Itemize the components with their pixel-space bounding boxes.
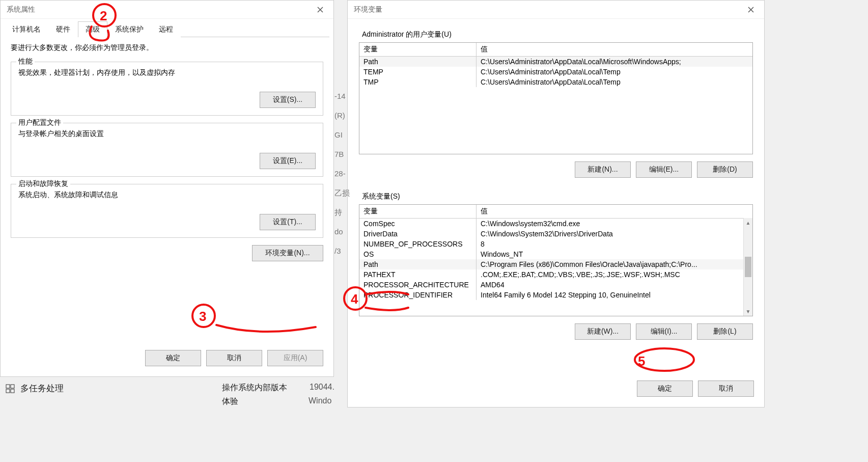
- scroll-thumb[interactable]: [745, 257, 751, 277]
- dialog-footer: 确定 取消: [348, 374, 764, 407]
- list-item[interactable]: Path C:\Users\Administrator\AppData\Loca…: [359, 57, 752, 67]
- svg-rect-2: [6, 389, 10, 393]
- sys-delete-button[interactable]: 删除(L): [697, 323, 753, 340]
- legend-startup-recovery: 启动和故障恢复: [16, 179, 70, 188]
- col-header-value: 值: [477, 205, 752, 218]
- background-sidebar-item: 多任务处理: [5, 383, 64, 394]
- sys-vars-section-title: 系统变量(S): [362, 192, 753, 201]
- list-item[interactable]: ComSpecC:\Windows\system32\cmd.exe: [359, 219, 752, 229]
- multitasking-icon: [5, 384, 15, 394]
- desc-startup-recovery: 系统启动、系统故障和调试信息: [18, 191, 316, 200]
- legend-performance: 性能: [16, 57, 35, 66]
- dialog-footer: 确定 取消 应用(A): [1, 344, 333, 376]
- desc-user-profile: 与登录帐户相关的桌面设置: [18, 129, 316, 139]
- settings-user-profile-button[interactable]: 设置(E)...: [260, 153, 316, 169]
- desc-performance: 视觉效果，处理器计划，内存使用，以及虚拟内存: [18, 68, 316, 77]
- tab-hardware[interactable]: 硬件: [48, 21, 78, 37]
- user-vars-section-title: Administrator 的用户变量(U): [362, 30, 753, 39]
- titlebar: 系统属性: [1, 1, 333, 19]
- user-delete-button[interactable]: 删除(D): [697, 161, 753, 178]
- sys-new-button[interactable]: 新建(W)...: [575, 323, 631, 340]
- intro-text: 要进行大多数更改，你必须作为管理员登录。: [11, 43, 323, 52]
- scroll-up-icon[interactable]: ▲: [744, 218, 752, 227]
- close-icon[interactable]: [311, 3, 329, 17]
- svg-rect-3: [11, 389, 14, 393]
- user-new-button[interactable]: 新建(N)...: [575, 161, 631, 178]
- group-startup-recovery: 启动和故障恢复 系统启动、系统故障和调试信息 设置(T)...: [11, 184, 323, 238]
- scroll-down-icon[interactable]: ▼: [744, 307, 752, 316]
- apply-button[interactable]: 应用(A): [267, 350, 323, 366]
- list-item[interactable]: PROCESSOR_ARCHITECTUREAMD64: [359, 280, 752, 290]
- background-os-info: 操作系统内部版本19044. 体验Windo: [222, 383, 334, 410]
- list-item[interactable]: DriverDataC:\Windows\System32\Drivers\Dr…: [359, 229, 752, 239]
- list-item[interactable]: OSWindows_NT: [359, 249, 752, 259]
- ok-button[interactable]: 确定: [637, 381, 693, 397]
- user-edit-button[interactable]: 编辑(E)...: [636, 161, 692, 178]
- list-header: 变量 值: [359, 43, 752, 57]
- tab-system-protection[interactable]: 系统保护: [107, 21, 151, 37]
- sys-edit-button[interactable]: 编辑(I)...: [636, 323, 692, 340]
- dialog-title: 环境变量: [354, 5, 382, 14]
- dialog-content: Administrator 的用户变量(U) 变量 值 Path C:\User…: [348, 19, 764, 374]
- environment-variables-dialog: 环境变量 Administrator 的用户变量(U) 变量 值 Path C:…: [347, 0, 765, 407]
- cancel-button[interactable]: 取消: [206, 350, 262, 366]
- ok-button[interactable]: 确定: [145, 350, 201, 366]
- list-item[interactable]: NUMBER_OF_PROCESSORS8: [359, 239, 752, 249]
- list-item-path[interactable]: PathC:\Program Files (x86)\Common Files\…: [359, 259, 752, 269]
- col-header-value: 值: [477, 43, 752, 56]
- group-performance: 性能 视觉效果，处理器计划，内存使用，以及虚拟内存 设置(S)...: [11, 62, 323, 116]
- user-vars-listbox[interactable]: 变量 值 Path C:\Users\Administrator\AppData…: [359, 42, 753, 154]
- tab-advanced[interactable]: 高级: [78, 21, 107, 37]
- sys-vars-listbox[interactable]: 变量 值 ComSpecC:\Windows\system32\cmd.exe …: [359, 204, 753, 316]
- system-properties-dialog: 系统属性 计算机名 硬件 高级 系统保护 远程 要进行大多数更改，你必须作为管理…: [0, 0, 334, 377]
- cancel-button[interactable]: 取消: [698, 381, 754, 397]
- tab-content: 要进行大多数更改，你必须作为管理员登录。 性能 视觉效果，处理器计划，内存使用，…: [1, 37, 333, 344]
- titlebar: 环境变量: [348, 1, 764, 19]
- list-item[interactable]: TEMP C:\Users\Administrator\AppData\Loca…: [359, 67, 752, 77]
- background-peek-text: -14 (R) GI 7B 28- 乙损 持 do /3: [334, 87, 350, 261]
- list-item[interactable]: PROCESSOR_IDENTIFIERIntel64 Family 6 Mod…: [359, 290, 752, 300]
- group-user-profile: 用户配置文件 与登录帐户相关的桌面设置 设置(E)...: [11, 123, 323, 177]
- tab-remote[interactable]: 远程: [151, 21, 181, 37]
- tab-bar: 计算机名 硬件 高级 系统保护 远程: [5, 21, 329, 37]
- settings-performance-button[interactable]: 设置(S)...: [260, 92, 316, 108]
- dialog-title: 系统属性: [7, 5, 35, 14]
- list-item[interactable]: PATHEXT.COM;.EXE;.BAT;.CMD;.VBS;.VBE;.JS…: [359, 269, 752, 280]
- col-header-variable: 变量: [359, 205, 477, 218]
- svg-rect-0: [6, 385, 10, 388]
- svg-rect-1: [11, 385, 14, 388]
- scrollbar[interactable]: ▲ ▼: [743, 218, 752, 316]
- list-header: 变量 值: [359, 205, 752, 219]
- col-header-variable: 变量: [359, 43, 477, 56]
- settings-startup-recovery-button[interactable]: 设置(T)...: [260, 214, 316, 230]
- legend-user-profile: 用户配置文件: [16, 118, 63, 127]
- close-icon[interactable]: [742, 3, 760, 17]
- tab-computer-name[interactable]: 计算机名: [5, 21, 48, 37]
- list-item[interactable]: TMP C:\Users\Administrator\AppData\Local…: [359, 77, 752, 87]
- environment-variables-button[interactable]: 环境变量(N)...: [252, 245, 323, 261]
